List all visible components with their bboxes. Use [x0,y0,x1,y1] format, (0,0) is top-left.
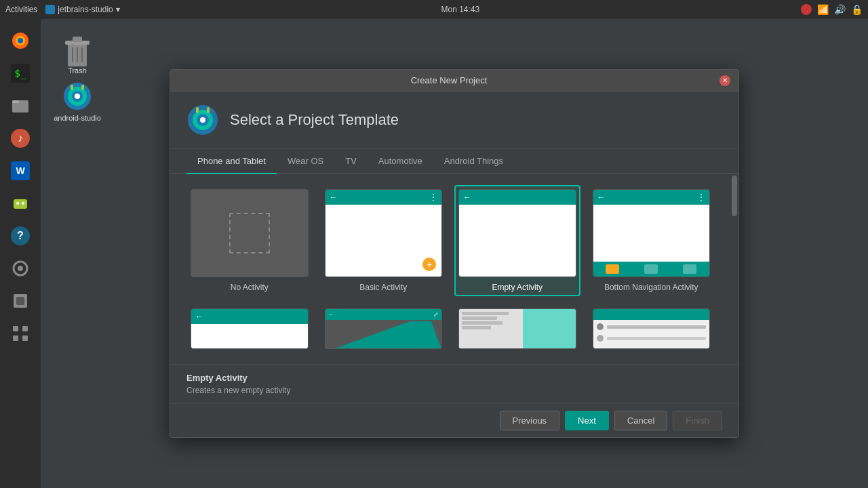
cancel-button[interactable]: Cancel [614,411,667,430]
bottom-nav-content [593,205,710,262]
svg-rect-13 [22,326,28,331]
tab-wear-os[interactable]: Wear OS [277,149,334,174]
fullscreen-teal [326,321,442,348]
system-clock: Mon 14:43 [441,5,480,14]
svg-rect-11 [16,297,24,305]
dock-help[interactable]: ? [5,221,35,251]
svg-point-2 [18,38,23,43]
dock-apps-grid[interactable] [5,319,35,348]
template-basic-activity[interactable]: ← ⋮ + [321,185,447,296]
dialog-header-title: Select a Project Template [230,111,399,129]
dialog-titlebar: Create New Project ✕ [170,70,738,92]
svg-rect-27 [81,85,84,90]
basic-topbar: ← ⋮ [326,190,442,205]
desktop-area: Trash android-studio Create N [41,19,868,488]
dock-firefox[interactable] [5,26,35,56]
dock-files[interactable] [5,91,35,121]
template-settings-preview [593,308,711,349]
record-icon [801,4,812,15]
selected-template-description: Creates a new empty activity [186,386,722,395]
close-button[interactable]: ✕ [719,75,730,86]
svg-rect-18 [73,37,82,42]
template-basic-label: Basic Activity [359,283,407,292]
svg-rect-4 [12,100,19,103]
dock-terminal[interactable]: $_ [5,58,35,88]
android-studio-desktop-icon[interactable]: android-studio [50,79,104,125]
template-master-detail[interactable] [454,304,580,353]
svg-point-31 [200,117,205,123]
sidebar-dock: $_ ♪ W [0,19,41,488]
template-no-activity-label: No Activity [231,283,269,292]
selection-info: Empty Activity Creates a new empty activ… [170,364,738,403]
templates-grid: No Activity ← ⋮ [170,174,730,364]
svg-point-9 [18,266,23,271]
template-no-activity-preview [191,189,309,277]
activities-label[interactable]: Activities [5,5,37,14]
dock-media[interactable]: ♪ [5,123,35,153]
bottom-nav-bar [593,262,710,277]
template-empty-preview: ← [458,189,576,277]
template-master-detail-preview [458,308,576,349]
svg-rect-15 [22,336,28,341]
master-pane [459,309,523,348]
svg-point-7 [22,202,24,205]
template-empty-2-preview: ← [191,308,309,349]
templates-area: No Activity ← ⋮ [170,174,738,364]
dialog-overlay: Create New Project ✕ [41,19,868,488]
volume-icon: 🔊 [834,4,846,15]
svg-rect-33 [207,107,210,113]
create-project-dialog: Create New Project ✕ [170,69,739,438]
trash-desktop-icon[interactable]: Trash [50,31,104,77]
svg-rect-32 [196,107,199,113]
nav-item-3 [683,264,696,274]
basic-content: + [326,205,442,277]
svg-rect-12 [13,326,18,331]
dialog-title: Create New Project [178,75,719,85]
template-empty-activity[interactable]: ← Empty Activity [454,185,580,296]
svg-rect-5 [14,199,27,209]
template-bottom-nav-label: Bottom Navigation Activity [604,283,698,292]
dock-package[interactable] [5,286,35,316]
dialog-header: Select a Project Template [170,92,738,149]
template-no-activity[interactable]: No Activity [186,185,313,296]
tab-android-things[interactable]: Android Things [433,149,514,174]
no-activity-dashed [229,213,270,253]
selected-template-title: Empty Activity [186,373,722,383]
nav-item-2 [644,264,658,274]
finish-button: Finish [673,411,722,430]
app-indicator[interactable]: jetbrains-studio ▾ [45,5,119,14]
tab-automotive[interactable]: Automotive [368,149,433,174]
tab-tv[interactable]: TV [334,149,368,174]
dock-android[interactable] [5,188,35,218]
template-bottom-nav-preview: ← ⋮ [593,189,711,277]
template-fullscreen[interactable]: ← ⤢ [321,304,447,353]
settings-topbar [593,309,710,320]
fullscreen-topbar: ← ⤢ [326,309,442,320]
dock-writer[interactable]: W [5,156,35,186]
empty-content [459,205,576,277]
detail-pane [523,309,575,348]
previous-button[interactable]: Previous [500,411,560,430]
empty-topbar: ← [459,190,576,205]
android-logo [186,104,219,136]
template-bottom-nav[interactable]: ← ⋮ [589,185,715,296]
fab-button: + [422,258,436,271]
template-empty-activity-2[interactable]: ← [186,304,313,353]
dialog-footer: Previous Next Cancel Finish [170,403,738,437]
template-basic-preview: ← ⋮ + [325,189,443,277]
settings-content [593,320,710,348]
bottom-nav-topbar: ← ⋮ [593,190,710,205]
dock-gear[interactable] [5,253,35,283]
empty2-content [191,324,308,348]
template-settings[interactable] [589,304,715,353]
tabs-bar: Phone and Tablet Wear OS TV Automotive A… [170,149,738,174]
next-button[interactable]: Next [565,411,609,430]
tab-phone-tablet[interactable]: Phone and Tablet [186,149,277,174]
taskbar: Activities jetbrains-studio ▾ Mon 14:43 … [0,0,868,19]
security-icon: 🔒 [851,4,863,15]
svg-rect-14 [13,336,18,341]
svg-point-6 [16,202,19,205]
svg-rect-26 [71,85,73,90]
scroll-thumb [732,176,737,216]
scroll-track[interactable] [730,174,738,364]
